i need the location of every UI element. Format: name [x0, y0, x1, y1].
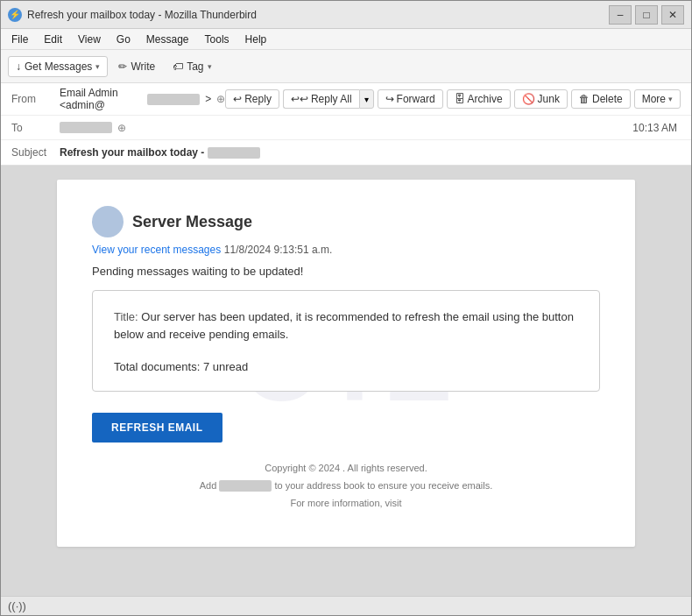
- from-label: From: [11, 93, 60, 105]
- menu-edit[interactable]: Edit: [37, 32, 69, 47]
- archive-label: Archive: [468, 93, 503, 105]
- minimize-button[interactable]: –: [609, 5, 632, 25]
- reply-all-icon: ↩↩: [291, 93, 308, 105]
- subject-blurred: [208, 147, 260, 159]
- reply-all-dropdown[interactable]: ▾: [359, 89, 374, 109]
- subject-row: Subject Refresh your mailbox today -: [1, 140, 691, 165]
- delete-icon: 🗑: [579, 93, 590, 105]
- close-button[interactable]: ✕: [661, 5, 684, 25]
- pending-text: Pending messages waiting to be updated!: [92, 265, 600, 278]
- menu-view[interactable]: View: [71, 32, 108, 47]
- tag-icon: 🏷: [173, 60, 183, 73]
- junk-label: Junk: [538, 93, 560, 105]
- junk-icon: 🚫: [522, 93, 535, 105]
- reply-all-split: ↩↩ Reply All ▾: [283, 89, 374, 109]
- get-messages-dropdown-icon: ▾: [95, 62, 100, 71]
- from-email-blurred: [147, 94, 200, 105]
- reply-label: Reply: [244, 93, 272, 105]
- subject-text: Refresh your mailbox today -: [60, 146, 260, 159]
- main-toolbar: ↓ Get Messages ▾ ✏ Write 🏷 Tag ▾: [1, 50, 691, 83]
- email-actions: ↩ Reply ↩↩ Reply All ▾ ↪ Forward 🗄 Arch: [225, 89, 681, 109]
- app-window: ⚡ Refresh your mailbox today - Mozilla T…: [0, 0, 692, 616]
- write-label: Write: [131, 60, 155, 73]
- view-recent-row: View your recent messages 11/8/2024 9:13…: [92, 243, 600, 256]
- more-label: More: [642, 93, 666, 105]
- menu-file[interactable]: File: [4, 32, 35, 47]
- menu-tools[interactable]: Tools: [198, 32, 237, 47]
- total-docs: Total documents: 7 unread: [114, 360, 578, 373]
- forward-button[interactable]: ↪ Forward: [378, 89, 443, 109]
- write-button[interactable]: ✏ Write: [111, 57, 162, 76]
- tag-dropdown-icon: ▾: [208, 62, 212, 71]
- title-label: Title:: [114, 310, 138, 323]
- email-timestamp: 10:13 AM: [632, 122, 681, 134]
- forward-label: Forward: [397, 93, 435, 105]
- email-body: OTZ Server Message View your recent mess…: [1, 166, 691, 596]
- refresh-email-button[interactable]: REFRESH EMAIL: [92, 413, 222, 443]
- avatar: [92, 206, 124, 237]
- window-title: Refresh your mailbox today - Mozilla Thu…: [27, 9, 609, 21]
- archive-button[interactable]: 🗄 Archive: [447, 89, 511, 109]
- more-button[interactable]: More ▾: [634, 89, 681, 109]
- get-messages-icon: ↓: [16, 60, 21, 73]
- more-info-text: For more information, visit: [290, 498, 401, 508]
- subject-label: Subject: [11, 146, 60, 159]
- email-footer: Copyright © 2024 . All rights reserved. …: [92, 460, 600, 512]
- tag-label: Tag: [187, 60, 203, 73]
- menu-bar: File Edit View Go Message Tools Help: [1, 29, 691, 50]
- maximize-button[interactable]: □: [635, 5, 658, 25]
- from-email-close: >: [205, 93, 211, 105]
- from-verify-icon: ⊕: [216, 93, 225, 105]
- to-verify-icon: ⊕: [117, 122, 126, 134]
- get-messages-button[interactable]: ↓ Get Messages ▾: [8, 56, 108, 77]
- add-email-blurred: [219, 480, 272, 492]
- from-value: Email Admin <admin@ > ⊕: [60, 87, 225, 111]
- to-email-blurred: [60, 122, 112, 133]
- to-row: To ⊕ 10:13 AM: [1, 116, 691, 140]
- app-icon: ⚡: [8, 8, 22, 22]
- sender-name-block: Server Message: [132, 213, 252, 231]
- email-content: OTZ Server Message View your recent mess…: [57, 180, 635, 547]
- message-box: Title: Our server has been updated, it i…: [92, 290, 600, 392]
- menu-message[interactable]: Message: [139, 32, 196, 47]
- forward-icon: ↪: [385, 93, 394, 105]
- add-address-row: Add to your address book to ensure you r…: [92, 478, 600, 495]
- reply-button[interactable]: ↩ Reply: [225, 89, 279, 109]
- email-header: From Email Admin <admin@ > ⊕ ↩ Reply ↩↩ …: [1, 83, 691, 166]
- wifi-icon: ((·)): [8, 599, 26, 612]
- view-recent-link[interactable]: View your recent messages: [92, 244, 221, 256]
- email-inner: Server Message View your recent messages…: [92, 206, 600, 512]
- from-row: From Email Admin <admin@ > ⊕ ↩ Reply ↩↩ …: [1, 83, 691, 116]
- to-label: To: [11, 122, 60, 134]
- tag-button[interactable]: 🏷 Tag ▾: [166, 57, 218, 76]
- date-text: 11/8/2024 9:13:51 a.m.: [224, 244, 332, 256]
- window-controls: – □ ✕: [609, 5, 684, 25]
- write-icon: ✏: [118, 60, 127, 73]
- copyright-text: Copyright © 2024 . All rights reserved.: [92, 460, 600, 478]
- message-box-title: Title: Our server has been updated, it i…: [114, 308, 578, 343]
- status-bar: ((·)): [1, 596, 691, 615]
- reply-all-label: Reply All: [311, 93, 352, 105]
- from-email-text: Email Admin <admin@: [60, 87, 142, 111]
- server-message-title: Server Message: [132, 213, 252, 231]
- menu-help[interactable]: Help: [238, 32, 274, 47]
- title-bar: ⚡ Refresh your mailbox today - Mozilla T…: [1, 1, 691, 29]
- sender-row: Server Message: [92, 206, 600, 237]
- get-messages-label: Get Messages: [25, 60, 92, 73]
- delete-label: Delete: [592, 93, 623, 105]
- reply-all-button[interactable]: ↩↩ Reply All: [283, 89, 359, 109]
- more-info-row: For more information, visit: [92, 495, 600, 513]
- to-value: ⊕: [60, 122, 632, 134]
- more-dropdown-icon: ▾: [668, 95, 673, 103]
- delete-button[interactable]: 🗑 Delete: [571, 89, 631, 109]
- junk-button[interactable]: 🚫 Junk: [514, 89, 568, 109]
- message-body-text: Our server has been updated, it is recom…: [114, 310, 574, 341]
- add-suffix: to your address book to ensure you recei…: [274, 480, 492, 491]
- menu-go[interactable]: Go: [109, 32, 138, 47]
- add-text: Add: [200, 480, 217, 491]
- reply-icon: ↩: [233, 93, 242, 105]
- archive-icon: 🗄: [455, 93, 465, 105]
- subject-value: Refresh your mailbox today -: [60, 146, 681, 159]
